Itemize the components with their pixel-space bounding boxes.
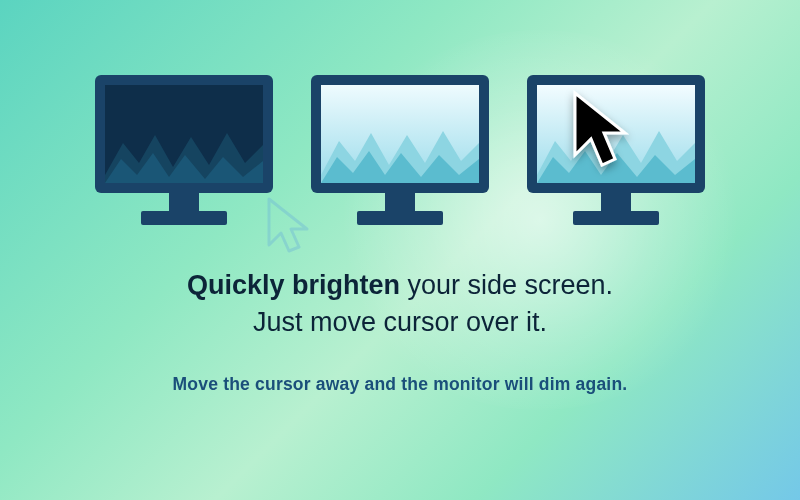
svg-rect-10 xyxy=(601,193,631,211)
monitor-icon xyxy=(311,75,489,231)
monitor-dim xyxy=(95,75,273,231)
cursor-outline-icon xyxy=(251,189,329,267)
svg-rect-3 xyxy=(141,211,227,225)
headline-rest: your side screen. xyxy=(400,270,613,300)
svg-rect-11 xyxy=(573,211,659,225)
svg-rect-6 xyxy=(385,193,415,211)
subline: Move the cursor away and the monitor wil… xyxy=(173,374,628,395)
monitor-row xyxy=(95,75,705,231)
monitor-icon xyxy=(95,75,273,231)
svg-rect-2 xyxy=(169,193,199,211)
cursor-icon xyxy=(553,85,639,181)
headline-bold: Quickly brighten xyxy=(187,270,400,300)
headline-line2: Just move cursor over it. xyxy=(253,307,547,337)
headline: Quickly brighten your side screen. Just … xyxy=(187,267,613,340)
monitor-bright-1 xyxy=(311,75,489,231)
monitor-bright-active xyxy=(527,75,705,231)
svg-rect-7 xyxy=(357,211,443,225)
